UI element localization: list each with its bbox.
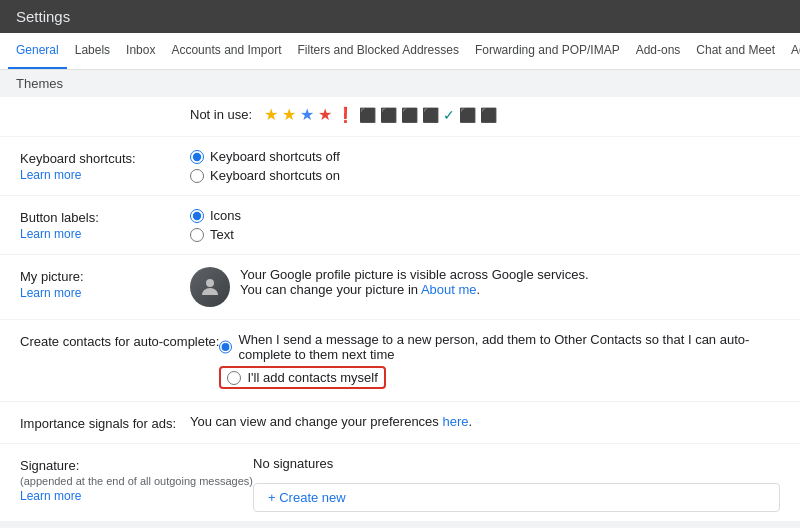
star-yellow-sq[interactable]: ⬛ — [401, 107, 418, 123]
signature-label: Signature: (appended at the end of all o… — [20, 456, 253, 503]
button-labels-label: Button labels: Learn more — [20, 208, 190, 241]
star-blue[interactable]: ★ — [300, 105, 314, 124]
star-purple-sq[interactable]: ⬛ — [480, 107, 497, 123]
star-orange-exclaim[interactable]: ❗ — [336, 106, 355, 124]
manual-add-option[interactable]: I'll add contacts myself — [219, 366, 780, 389]
picture-text-line1: Your Google profile picture is visible a… — [240, 267, 589, 282]
keyboard-on-option[interactable]: Keyboard shortcuts on — [190, 168, 780, 183]
star-gold-2[interactable]: ★ — [282, 105, 296, 124]
star-gold-1[interactable]: ★ — [264, 105, 278, 124]
sub-nav: Themes — [0, 70, 800, 97]
keyboard-off-radio[interactable] — [190, 150, 204, 164]
about-me-link[interactable]: About me — [421, 282, 477, 297]
star-blue-sq[interactable]: ⬛ — [459, 107, 476, 123]
star-red[interactable]: ★ — [318, 105, 332, 124]
importance-signals-content: You can view and change your preferences… — [190, 414, 780, 429]
keyboard-shortcuts-row: Keyboard shortcuts: Learn more Keyboard … — [0, 137, 800, 196]
nav-item-filters[interactable]: Filters and Blocked Addresses — [290, 33, 467, 70]
create-contacts-row: Create contacts for auto-complete: When … — [0, 320, 800, 402]
no-signatures-text: No signatures — [253, 456, 780, 471]
star-red-sq[interactable]: ⬛ — [359, 107, 376, 123]
keyboard-on-radio[interactable] — [190, 169, 204, 183]
keyboard-shortcuts-options: Keyboard shortcuts off Keyboard shortcut… — [190, 149, 780, 183]
auto-add-radio[interactable] — [219, 340, 232, 354]
picture-text-line2: You can change your picture in About me. — [240, 282, 589, 297]
sub-nav-themes[interactable]: Themes — [16, 74, 63, 93]
nav-item-advanced[interactable]: Advanced — [783, 33, 800, 70]
importance-text: You can view and change your preferences… — [190, 414, 780, 429]
button-labels-row: Button labels: Learn more Icons Text — [0, 196, 800, 255]
create-signature-button[interactable]: + Create new — [253, 483, 780, 512]
button-labels-options: Icons Text — [190, 208, 780, 242]
auto-add-option[interactable]: When I send a message to a new person, a… — [219, 332, 780, 362]
keyboard-shortcuts-learn-more[interactable]: Learn more — [20, 168, 190, 182]
keyboard-shortcuts-label: Keyboard shortcuts: Learn more — [20, 149, 190, 182]
signature-content: No signatures + Create new — [253, 456, 780, 512]
importance-signals-label: Importance signals for ads: — [20, 414, 190, 431]
importance-here-link[interactable]: here — [442, 414, 468, 429]
settings-content: Not in use: ★ ★ ★ ★ ❗ ⬛ ⬛ ⬛ ⬛ ✓ ⬛ ⬛ Keyb… — [0, 97, 800, 521]
highlighted-option[interactable]: I'll add contacts myself — [219, 366, 385, 389]
my-picture-label: My picture: Learn more — [20, 267, 190, 300]
signature-sub-label: (appended at the end of all outgoing mes… — [20, 475, 253, 487]
nav-item-chat[interactable]: Chat and Meet — [688, 33, 783, 70]
button-labels-learn-more[interactable]: Learn more — [20, 227, 190, 241]
my-picture-text: Your Google profile picture is visible a… — [240, 267, 589, 297]
nav-item-forwarding[interactable]: Forwarding and POP/IMAP — [467, 33, 628, 70]
signature-row: Signature: (appended at the end of all o… — [0, 444, 800, 521]
title-bar: Settings — [0, 0, 800, 33]
create-contacts-label: Create contacts for auto-complete: — [20, 332, 219, 349]
create-contacts-options: When I send a message to a new person, a… — [219, 332, 780, 389]
my-picture-content: Your Google profile picture is visible a… — [190, 267, 780, 307]
nav-item-inbox[interactable]: Inbox — [118, 33, 163, 70]
signature-learn-more[interactable]: Learn more — [20, 489, 253, 503]
nav-item-addons[interactable]: Add-ons — [628, 33, 689, 70]
my-picture-learn-more[interactable]: Learn more — [20, 286, 190, 300]
svg-point-0 — [206, 279, 214, 287]
icons-option[interactable]: Icons — [190, 208, 780, 223]
text-radio[interactable] — [190, 228, 204, 242]
not-in-use-row: Not in use: ★ ★ ★ ★ ❗ ⬛ ⬛ ⬛ ⬛ ✓ ⬛ ⬛ — [0, 97, 800, 137]
avatar — [190, 267, 230, 307]
keyboard-off-option[interactable]: Keyboard shortcuts off — [190, 149, 780, 164]
nav-item-general[interactable]: General — [8, 33, 67, 70]
star-orange-sq[interactable]: ⬛ — [380, 107, 397, 123]
nav-item-accounts[interactable]: Accounts and Import — [163, 33, 289, 70]
my-picture-row: My picture: Learn more Your Google profi… — [0, 255, 800, 320]
icons-radio[interactable] — [190, 209, 204, 223]
importance-signals-row: Importance signals for ads: You can view… — [0, 402, 800, 444]
text-option[interactable]: Text — [190, 227, 780, 242]
star-teal-check[interactable]: ✓ — [443, 107, 455, 123]
app-title: Settings — [16, 8, 70, 25]
manual-add-radio[interactable] — [227, 371, 241, 385]
not-in-use-label: Not in use: — [190, 107, 252, 122]
nav-item-labels[interactable]: Labels — [67, 33, 118, 70]
star-green-sq[interactable]: ⬛ — [422, 107, 439, 123]
nav-bar: General Labels Inbox Accounts and Import… — [0, 33, 800, 70]
